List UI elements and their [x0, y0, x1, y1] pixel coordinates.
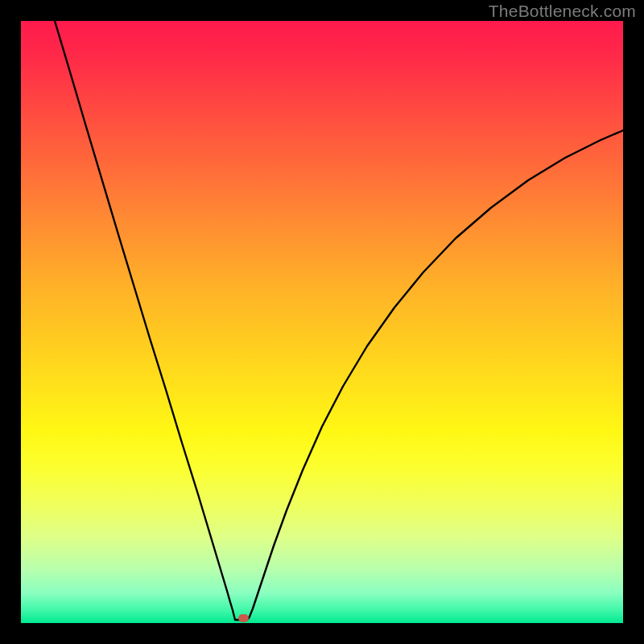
chart-frame: TheBottleneck.com	[0, 0, 644, 644]
plot-area	[21, 21, 623, 623]
minimum-marker	[238, 614, 249, 622]
attribution-text: TheBottleneck.com	[489, 2, 636, 21]
bottleneck-curve	[21, 21, 623, 623]
